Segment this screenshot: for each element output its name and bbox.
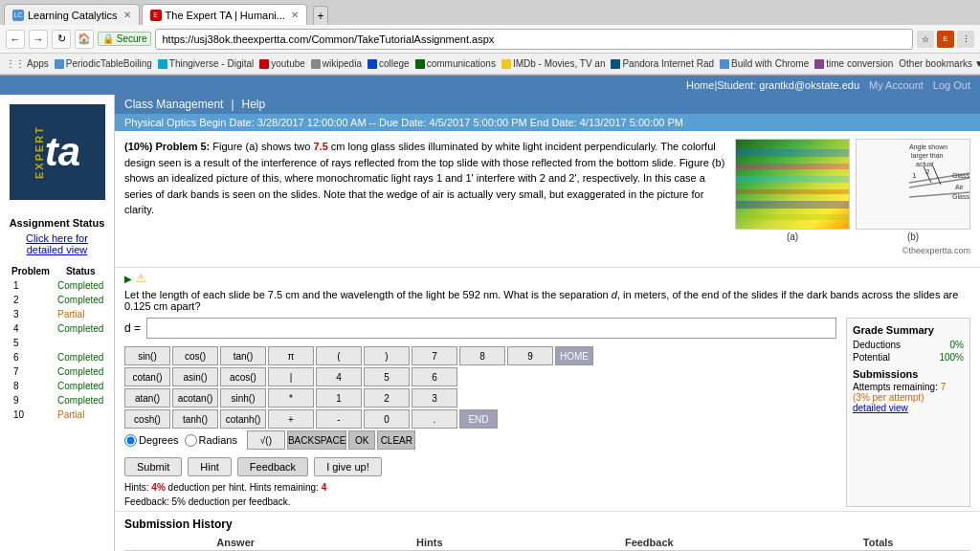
cos-button[interactable]: cos() <box>172 346 218 365</box>
extensions-icon[interactable]: E <box>937 31 954 48</box>
tan-button[interactable]: tan() <box>220 346 266 365</box>
browser-chrome: LC Learning Catalytics ✕ E The Expert TA… <box>0 0 980 76</box>
tab-expert-ta[interactable]: E The Expert TA | Humani... ✕ <box>142 4 307 25</box>
click-here-link[interactable]: Click here for detailed view <box>8 232 106 255</box>
answer-input[interactable] <box>146 318 836 339</box>
radians-radio[interactable] <box>185 434 197 447</box>
new-tab-button[interactable]: + <box>313 6 328 25</box>
home-link[interactable]: Home <box>686 79 714 91</box>
cotanh-button[interactable]: cotanh() <box>220 409 266 429</box>
num1-button[interactable]: 1 <box>316 388 362 408</box>
tab-close-eta[interactable]: ✕ <box>291 10 299 20</box>
degrees-radio[interactable] <box>124 434 137 447</box>
backspace-button[interactable]: BACKSPACE <box>287 430 346 450</box>
sinh-button[interactable]: sinh() <box>220 388 266 408</box>
num8-button[interactable]: 8 <box>459 346 505 365</box>
bookmark-periodic[interactable]: PeriodicTableBoiling <box>55 58 152 69</box>
cosh-button[interactable]: cosh() <box>124 409 170 429</box>
cotan-button[interactable]: cotan() <box>124 367 170 386</box>
end-button[interactable]: END <box>459 409 498 429</box>
num5-button[interactable]: 5 <box>364 367 410 386</box>
grade-summary-title: Grade Summary <box>853 324 964 336</box>
bookmark-thingiverse[interactable]: Thingiverse - Digital <box>158 58 254 69</box>
submit-button[interactable]: Submit <box>124 457 182 476</box>
back-button[interactable]: ← <box>6 30 25 49</box>
radians-radio-label[interactable]: Radians <box>185 434 237 447</box>
image-a-container: (a) <box>735 139 850 242</box>
acotan-button[interactable]: acotan() <box>172 388 218 408</box>
question-line: ▶ ⚠ Let the length of each slide be 7.5 … <box>124 272 970 312</box>
detailed-view-link[interactable]: detailed view <box>853 403 908 413</box>
tanh-button[interactable]: tanh() <box>172 409 218 429</box>
bookmark-apps[interactable]: ⋮⋮ Apps <box>6 58 49 69</box>
table-header-row: Answer Hints Feedback Totals <box>124 535 970 551</box>
my-account-link[interactable]: My Account <box>869 79 924 91</box>
ok-button[interactable]: OK <box>348 430 375 450</box>
bookmark-youtube-icon <box>259 59 269 69</box>
num4-button[interactable]: 4 <box>316 367 362 386</box>
feedback-prefix: Feedback: <box>124 496 171 507</box>
bookmark-youtube[interactable]: youtube <box>259 58 305 69</box>
bookmark-imdb[interactable]: IMDb - Movies, TV an <box>501 58 606 69</box>
bookmark-pandora[interactable]: Pandora Internet Rad <box>611 58 714 69</box>
num7-button[interactable]: 7 <box>412 346 457 365</box>
degrees-radio-label[interactable]: Degrees <box>124 434 179 447</box>
hl-separation: 0.125 <box>124 300 151 312</box>
image-b-container: Angle shown larger than actual 1 2 <box>856 139 970 242</box>
bookmark-imdb-icon <box>501 59 511 69</box>
status-partial: Partial <box>54 408 107 421</box>
bookmark-wikipedia-icon <box>311 59 321 69</box>
chrome-menu-icon[interactable]: ⋮ <box>957 31 974 48</box>
home-button[interactable]: HOME <box>555 346 593 365</box>
address-bar[interactable] <box>155 29 913 50</box>
minus-button[interactable]: - <box>316 409 362 429</box>
svg-text:Angle shown: Angle shown <box>909 143 947 151</box>
forward-button[interactable]: → <box>29 30 48 49</box>
content-area: Class Management | Help Physical Optics … <box>115 95 980 551</box>
decimal-button[interactable]: . <box>412 409 457 429</box>
num2-button[interactable]: 2 <box>364 388 410 408</box>
hl-wavelength: 592 <box>462 289 479 300</box>
log-out-link[interactable]: Log Out <box>933 79 970 91</box>
pipe-button[interactable]: | <box>268 367 314 386</box>
bookmark-communications[interactable]: communications <box>415 58 496 69</box>
sqrt-button[interactable]: √() <box>247 430 285 450</box>
plus-button[interactable]: + <box>268 409 314 429</box>
logo-ta-text: ta <box>45 132 80 172</box>
deductions-value: 0% <box>950 340 964 350</box>
open-paren-button[interactable]: ( <box>316 346 362 365</box>
atan-button[interactable]: atan() <box>124 388 170 408</box>
num3-button[interactable]: 3 <box>412 388 457 408</box>
bookmark-other[interactable]: Other bookmarks ▼ <box>899 58 980 69</box>
site-header: Home | Student: grantkd@okstate.edu My A… <box>0 76 980 95</box>
reload-button[interactable]: ↻ <box>52 30 71 49</box>
sin-button[interactable]: sin() <box>124 346 170 365</box>
num0-button[interactable]: 0 <box>364 409 410 429</box>
hint-button[interactable]: Hint <box>188 457 232 476</box>
pi-button[interactable]: π <box>268 346 314 365</box>
close-paren-button[interactable]: ) <box>364 346 410 365</box>
class-mgmt-label[interactable]: Class Management <box>124 98 223 111</box>
asin-button[interactable]: asin() <box>172 367 218 386</box>
bookmark-college[interactable]: college <box>368 58 410 69</box>
tab-close-lc[interactable]: ✕ <box>123 10 131 20</box>
tab-learning-catalytics[interactable]: LC Learning Catalytics ✕ <box>4 4 140 25</box>
home-button[interactable]: 🏠 <box>75 30 94 49</box>
acos-button[interactable]: acos() <box>220 367 266 386</box>
bookmark-build-chrome[interactable]: Build with Chrome <box>720 58 809 69</box>
bookmark-time-icon <box>814 59 824 69</box>
svg-text:Glass: Glass <box>952 193 969 200</box>
calc-row-1: sin() cos() tan() π ( ) 7 8 9 HOME <box>124 346 593 365</box>
bookmark-star-icon[interactable]: ☆ <box>917 31 934 48</box>
give-up-button[interactable]: I give up! <box>314 457 382 476</box>
bookmark-wikipedia[interactable]: wikipedia <box>311 58 362 69</box>
browser-icons: ☆ E ⋮ <box>917 31 974 48</box>
multiply-button[interactable]: * <box>268 388 314 408</box>
clear-button[interactable]: CLEAR <box>377 430 415 450</box>
image-a <box>735 139 850 230</box>
bookmark-time[interactable]: time conversion <box>814 58 893 69</box>
num9-button[interactable]: 9 <box>507 346 553 365</box>
num6-button[interactable]: 6 <box>412 367 457 386</box>
help-link[interactable]: Help <box>242 98 266 111</box>
feedback-button[interactable]: Feedback <box>237 457 308 476</box>
